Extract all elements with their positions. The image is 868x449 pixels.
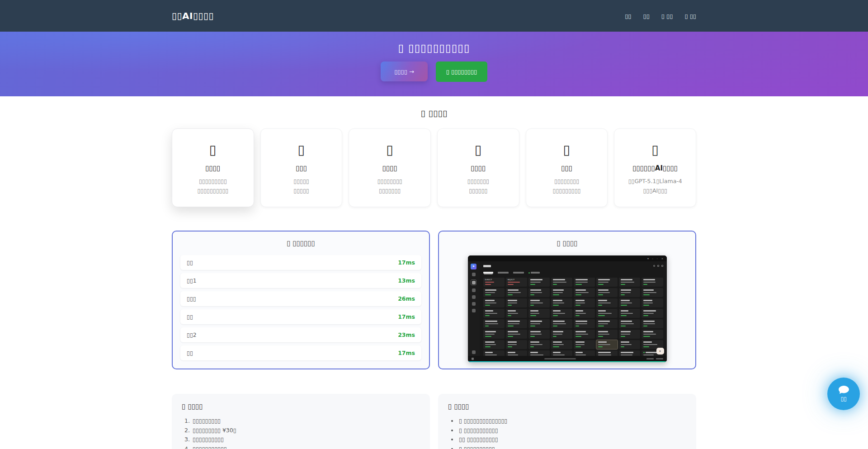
features-section-title: ▯ ▯▯▯▯ <box>0 108 868 118</box>
dashboard-grid: DIRECTREJECT <box>483 278 663 359</box>
proxy-card <box>506 298 527 307</box>
proxy-card <box>596 288 618 297</box>
proxy-card <box>574 340 595 349</box>
proxy-card <box>642 309 663 318</box>
sidebar-icon <box>472 288 476 292</box>
landing-page: ▯▯AI▯▯▯▯ ▯▯ ▯▯ ▯ ▯▯ ▯ ▯▯ ▯ ▯▯▯▯▯▯▯▯▯▯ ▯▯… <box>0 0 868 449</box>
guide-item: ▯▯▯▯▯▯▯▯▯ <box>192 416 420 426</box>
proxy-card <box>574 288 595 297</box>
scrollbar-thumb <box>544 358 576 359</box>
proxy-card <box>619 319 640 328</box>
latency-row: ▯▯ 17ms <box>180 345 421 360</box>
proxy-card <box>551 309 572 318</box>
feature-icon: ▯ <box>353 140 427 159</box>
guide-title: ▯ ▯▯▯▯ <box>182 402 420 411</box>
feature-title: ▯▯▯▯ <box>441 164 515 172</box>
nav-link-2[interactable]: ▯ ▯▯ <box>661 13 673 19</box>
proxy-card <box>551 298 572 307</box>
sidebar-settings-icon <box>472 350 476 354</box>
feature-desc-line: ▯▯▯▯▯▯▯ <box>441 176 515 186</box>
latency-label: ▯▯2 <box>187 331 197 338</box>
notes-box: ▯ ▯▯▯▯ ▯ ▯▯▯▯▯▯▯▯▯▯▯▯▯▯ ▯ ▯▯▯▯▯▯▯▯▯▯▯ ▯▯… <box>438 394 696 449</box>
feature-desc-line: ▯▯▯▯▯ <box>264 176 339 186</box>
traffic-bar <box>468 361 667 363</box>
nav-link-3[interactable]: ▯ ▯▯ <box>684 13 696 19</box>
navbar: ▯▯AI▯▯▯▯ ▯▯ ▯▯ ▯ ▯▯ ▯ ▯▯ <box>0 0 868 32</box>
latency-row: ▯▯2 23ms <box>180 327 421 342</box>
dashboard-statusbar <box>468 356 667 361</box>
info-panels: ▯ ▯▯▯▯▯▯ ▯▯ 17ms ▯▯1 13ms ▯▯▯ 26ms ▯▯ 17… <box>172 231 696 369</box>
status-icon <box>472 358 474 360</box>
latency-label: ▯▯ <box>187 259 193 266</box>
proxy-card <box>596 298 618 307</box>
dashboard-page-title <box>483 265 491 267</box>
proxy-card: DIRECT <box>483 278 505 287</box>
secondary-cta-button[interactable]: ▯ ▯▯▯▯▯▯▯▯ <box>436 61 487 82</box>
feature-icon: ▯ <box>618 140 692 159</box>
dashboard-tabs <box>483 271 663 274</box>
feature-icon: ▯ <box>530 140 604 159</box>
proxy-card <box>506 288 527 297</box>
dashboard-screenshot: ▾ – ◦ × ➤ <box>468 255 667 362</box>
feature-card: ▯ ▯▯▯▯ ▯▯▯▯▯▯▯▯ ▯▯▯▯▯▯▯ <box>349 128 431 207</box>
proxy-card <box>574 298 595 307</box>
proxy-card <box>528 278 550 287</box>
proxy-card: REJECT <box>506 278 527 287</box>
preview-panel: ▯ ▯▯▯▯ ▾ – ◦ × ➤ <box>438 231 696 369</box>
brand-title: ▯▯AI▯▯▯▯ <box>172 10 214 21</box>
dashboard-tab <box>513 272 524 274</box>
dashboard-titlebar: ▾ – ◦ × <box>468 255 667 261</box>
proxy-card <box>483 330 505 339</box>
proxy-card <box>551 319 572 328</box>
latency-value: 26ms <box>398 295 415 302</box>
proxy-card <box>642 278 663 287</box>
proxy-card <box>596 330 618 339</box>
guide-box: ▯ ▯▯▯▯ ▯▯▯▯▯▯▯▯▯ ▯▯▯▯▯▯▯▯▯ ¥30▯ ▯▯▯▯▯▯▯▯… <box>172 394 430 449</box>
guide-item: ▯▯▯▯▯▯▯▯▯ ¥30▯ <box>192 426 420 435</box>
window-pin-icon: ▾ <box>647 255 649 261</box>
nav-links: ▯▯ ▯▯ ▯ ▯▯ ▯ ▯▯ <box>625 13 696 19</box>
latency-value: 17ms <box>398 350 415 356</box>
proxy-card <box>574 330 595 339</box>
dashboard-tab-with-dot <box>528 272 540 274</box>
guide-item: ▯▯▯▯▯▯▯▯▯▯▯ <box>192 444 420 449</box>
proxy-card <box>506 340 527 349</box>
latency-panel-title: ▯ ▯▯▯▯▯▯ <box>173 239 429 247</box>
primary-cta-button[interactable]: ▯▯▯▯ → <box>381 61 428 81</box>
proxy-card <box>574 278 595 287</box>
latency-row: ▯▯ 17ms <box>180 309 421 324</box>
feature-icon: ▯ <box>264 140 339 159</box>
proxy-card <box>619 288 640 297</box>
nav-link-0[interactable]: ▯▯ <box>625 13 631 19</box>
sidebar-icon-active <box>471 279 476 285</box>
feature-desc-line: ▯▯▯▯▯▯ <box>441 186 515 195</box>
proxy-card <box>483 288 505 297</box>
latency-panel: ▯ ▯▯▯▯▯▯ ▯▯ 17ms ▯▯1 13ms ▯▯▯ 26ms ▯▯ 17… <box>172 231 430 369</box>
latency-label: ▯▯▯ <box>187 295 196 302</box>
feature-desc-line: ▯▯▯▯▯▯▯▯▯▯ <box>176 186 250 195</box>
proxy-card <box>551 330 572 339</box>
feature-card: ▯ ▯▯▯ ▯▯▯▯▯▯▯▯ ▯▯▯▯▯▯▯▯▯ <box>526 128 608 207</box>
feature-desc-line: ▯▯▯▯▯▯▯ <box>353 186 427 195</box>
proxy-card <box>619 298 640 307</box>
dashboard-tab <box>498 272 509 274</box>
proxy-card <box>574 309 595 318</box>
feature-desc-line: ▯▯▯▯▯▯▯▯▯ <box>530 186 604 195</box>
window-close-icon: × <box>661 255 663 261</box>
proxy-card <box>596 319 618 328</box>
proxy-card <box>483 340 505 349</box>
notes-item: ▯ ▯▯▯▯▯▯▯▯▯▯▯▯▯▯ <box>458 416 686 426</box>
proxy-card <box>551 340 572 349</box>
latency-value: 17ms <box>398 313 415 320</box>
nav-link-1[interactable]: ▯▯ <box>643 13 650 19</box>
feature-desc-line: ▯▯▯▯▯▯▯▯ <box>353 176 427 186</box>
chat-widget-button[interactable]: ▯▯ <box>827 378 860 410</box>
feature-cards: ▯ ▯▯▯▯ ▯▯▯▯▯▯▯▯▯ ▯▯▯▯▯▯▯▯▯▯ ▯ ▯▯▯ ▯▯▯▯▯ … <box>172 128 696 207</box>
dashboard-sidebar: ➤ <box>468 261 480 362</box>
guide-list: ▯▯▯▯▯▯▯▯▯ ▯▯▯▯▯▯▯▯▯ ¥30▯ ▯▯▯▯▯▯▯▯▯▯ ▯▯▯▯… <box>192 416 420 449</box>
feature-title: ▯▯▯ <box>530 164 604 172</box>
proxy-card <box>506 330 527 339</box>
proxy-card <box>642 288 663 297</box>
proxy-card <box>528 330 550 339</box>
proxy-card <box>528 309 550 318</box>
